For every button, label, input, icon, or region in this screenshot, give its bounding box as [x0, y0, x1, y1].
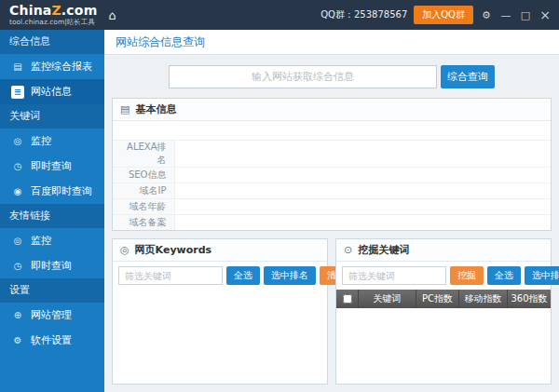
webpage-keywords-icon: ◎ — [120, 244, 130, 256]
column-keyword: 关键词 — [359, 290, 416, 308]
row-label-alexa: ALEXA排名 — [113, 140, 174, 167]
qq-group-label: QQ群：253878567 — [320, 8, 407, 21]
titlebar-right: QQ群：253878567 加入QQ群 ⚙ — □ × — [320, 6, 552, 24]
mining-keywords-panel: ⊙ 挖掘关键词 挖掘 全选 选中排名 关键词 PC指数 — [335, 238, 552, 385]
row-label-seo: SEO信息 — [113, 167, 174, 182]
webpage-keywords-title: 网页Keywords — [135, 243, 212, 257]
report-icon: ▤ — [11, 61, 24, 74]
sidebar-item-label: 网站管理 — [31, 308, 72, 322]
main-split: 综合信息 ▤ 监控综合报表 ≡ 网站信息 关键词 ◎ 监控 ◷ 即时查询 ◉ 百… — [0, 30, 559, 392]
basic-info-title: 基本信息 — [135, 102, 176, 116]
sidebar-item-website-info[interactable]: ≡ 网站信息 — [0, 79, 104, 104]
row-value-ip — [174, 182, 551, 198]
sidebar-item-label: 百度即时查询 — [31, 184, 92, 198]
site-search-input[interactable] — [169, 65, 437, 88]
titlebar: ChinaZ.com tool.chinaz.com|站长工具 ⌂ QQ群：25… — [0, 0, 559, 30]
basic-info-icon: ▤ — [120, 103, 130, 115]
table-row: SEO信息 — [113, 167, 551, 182]
mine-keywords-icon: ⊙ — [344, 244, 352, 256]
sidebar-section-keywords: 关键词 — [0, 104, 104, 128]
baidu-query-icon: ◉ — [11, 185, 24, 198]
monitor-icon: ◎ — [11, 135, 24, 148]
row-label-ip: 域名IP — [113, 182, 174, 198]
bottom-panels: ◎ 网页Keywords 全选 选中排名 清空 ⊙ 挖掘关键词 — [112, 238, 552, 385]
row-value-seo — [174, 167, 551, 182]
mining-keywords-toolbar: 挖掘 全选 选中排名 — [336, 262, 551, 290]
select-all-button[interactable]: 全选 — [226, 266, 260, 285]
sidebar-section-friend-links: 友情链接 — [0, 204, 104, 228]
综合查询-button[interactable]: 综合查询 — [441, 65, 495, 88]
sidebar-item-keyword-monitor[interactable]: ◎ 监控 — [0, 128, 104, 154]
sidebar-item-keyword-instant-query[interactable]: ◷ 即时查询 — [0, 154, 104, 179]
sidebar-item-site-manage[interactable]: ⊕ 网站管理 — [0, 303, 104, 328]
sidebar-item-link-instant-query[interactable]: ◷ 即时查询 — [0, 253, 104, 278]
selected-rank-button[interactable]: 选中排名 — [525, 266, 559, 285]
software-settings-icon: ⚙ — [11, 334, 24, 347]
select-all-button[interactable]: 全选 — [487, 266, 521, 285]
row-label-icp: 域名备案 — [113, 214, 174, 230]
monitor-icon: ◎ — [11, 235, 24, 248]
sidebar-item-software-settings[interactable]: ⚙ 软件设置 — [0, 328, 104, 353]
home-icon[interactable]: ⌂ — [108, 8, 116, 22]
webpage-keywords-header: ◎ 网页Keywords — [113, 239, 327, 262]
app-window: ChinaZ.com tool.chinaz.com|站长工具 ⌂ QQ群：25… — [0, 0, 559, 392]
header-checkbox-cell — [336, 290, 359, 308]
sidebar-item-link-monitor[interactable]: ◎ 监控 — [0, 228, 104, 253]
select-all-checkbox[interactable] — [343, 294, 352, 304]
site-manage-icon: ⊕ — [11, 309, 24, 322]
maximize-icon[interactable]: □ — [519, 9, 532, 21]
column-pc-index: PC指数 — [416, 290, 459, 308]
row-value-icp — [174, 214, 551, 230]
sidebar-item-label: 监控 — [31, 134, 51, 148]
logo-z: Z — [51, 3, 61, 18]
basic-info-spacer-cell — [113, 121, 551, 140]
logo-suffix: .com — [61, 3, 98, 18]
logo-text: ChinaZ.com — [9, 4, 97, 18]
instant-query-icon: ◷ — [11, 160, 24, 173]
mine-button[interactable]: 挖掘 — [450, 266, 484, 285]
mining-keywords-title: 挖掘关键词 — [358, 243, 409, 257]
page-title: 网站综合信息查询 — [104, 30, 559, 55]
sidebar-item-label: 网站信息 — [31, 85, 72, 99]
website-info-icon: ≡ — [11, 86, 24, 99]
app-logo: ChinaZ.com tool.chinaz.com|站长工具 — [9, 4, 97, 26]
webpage-keywords-toolbar: 全选 选中排名 清空 — [113, 262, 327, 290]
table-row: 域名IP — [113, 182, 551, 198]
webpage-keywords-panel: ◎ 网页Keywords 全选 选中排名 清空 — [112, 238, 328, 385]
table-row: 域名年龄 — [113, 198, 551, 214]
sidebar-item-label: 即时查询 — [31, 159, 72, 173]
sidebar-item-label: 软件设置 — [31, 333, 72, 347]
minimize-icon[interactable]: — — [499, 9, 512, 21]
webpage-keywords-body — [113, 290, 327, 384]
column-360-index: 360指数 — [508, 290, 551, 308]
row-value-age — [174, 198, 551, 214]
mining-filter-input[interactable] — [342, 266, 446, 285]
instant-query-icon: ◷ — [11, 260, 24, 273]
sidebar-section-settings: 设置 — [0, 278, 104, 303]
logo-prefix: China — [9, 3, 51, 18]
sidebar-item-label: 监控综合报表 — [31, 60, 92, 74]
close-icon[interactable]: × — [539, 7, 552, 22]
row-value-alexa — [174, 140, 551, 167]
sidebar-item-monitor-report[interactable]: ▤ 监控综合报表 — [0, 54, 104, 79]
sidebar-item-baidu-instant-query[interactable]: ◉ 百度即时查询 — [0, 179, 104, 204]
sidebar: 综合信息 ▤ 监控综合报表 ≡ 网站信息 关键词 ◎ 监控 ◷ 即时查询 ◉ 百… — [0, 30, 104, 392]
mining-keywords-header: ⊙ 挖掘关键词 — [336, 239, 551, 262]
settings-gear-icon[interactable]: ⚙ — [480, 9, 493, 21]
mining-keywords-body — [336, 308, 551, 384]
sidebar-item-label: 监控 — [31, 234, 51, 248]
table-row: ALEXA排名 — [113, 140, 551, 167]
selected-rank-button[interactable]: 选中排名 — [264, 266, 316, 285]
basic-info-table: ALEXA排名 SEO信息 域名IP 域名年龄 — [113, 121, 551, 230]
keywords-filter-input[interactable] — [118, 266, 223, 285]
search-row: 综合查询 — [104, 55, 559, 98]
logo-subtitle: tool.chinaz.com|站长工具 — [9, 19, 97, 26]
row-label-age: 域名年龄 — [113, 198, 174, 214]
basic-info-spacer-row — [113, 121, 551, 140]
basic-info-panel: ▤ 基本信息 ALEXA排名 SEO信息 域名IP — [112, 98, 552, 231]
sidebar-section-general: 综合信息 — [0, 30, 104, 54]
column-mobile-index: 移动指数 — [459, 290, 508, 308]
mining-table-header: 关键词 PC指数 移动指数 360指数 — [336, 290, 551, 308]
join-qq-button[interactable]: 加入QQ群 — [414, 6, 473, 24]
content-area: 网站综合信息查询 综合查询 ▤ 基本信息 ALEXA排名 SEO — [104, 30, 559, 392]
